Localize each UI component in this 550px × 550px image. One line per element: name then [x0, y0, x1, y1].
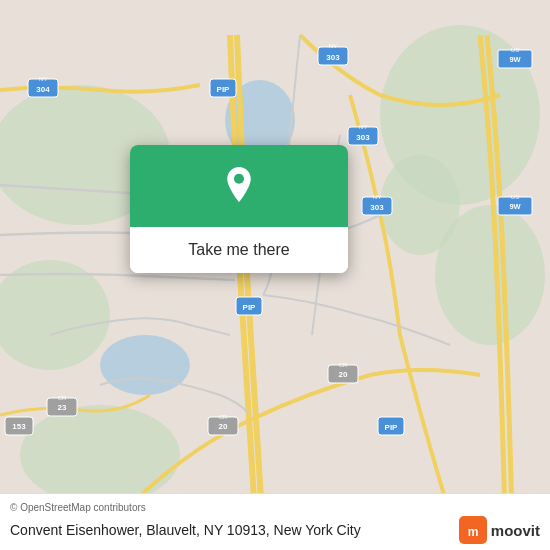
svg-text:CR: CR: [58, 395, 67, 401]
attribution: © OpenStreetMap contributors: [10, 502, 540, 513]
svg-text:PIP: PIP: [243, 303, 257, 312]
moovit-icon: m: [459, 516, 487, 544]
popup-header: [130, 145, 348, 227]
svg-text:NY: NY: [39, 76, 47, 82]
svg-point-3: [0, 260, 110, 370]
svg-text:CR: CR: [339, 362, 348, 368]
bottom-bar: © OpenStreetMap contributors Convent Eis…: [0, 493, 550, 550]
svg-text:303: 303: [326, 53, 340, 62]
svg-point-7: [100, 335, 190, 395]
svg-text:NY: NY: [359, 124, 367, 130]
location-text: Convent Eisenhower, Blauvelt, NY 10913, …: [10, 522, 459, 538]
svg-text:9W: 9W: [509, 55, 521, 64]
svg-text:US: US: [511, 47, 519, 53]
svg-text:NY: NY: [373, 194, 381, 200]
svg-text:20: 20: [219, 422, 228, 431]
svg-text:PIP: PIP: [385, 423, 399, 432]
map-svg: 303 NY 304 NY 303 NY 303 NY PIP PIP PIP …: [0, 0, 550, 550]
attribution-text: © OpenStreetMap contributors: [10, 502, 146, 513]
svg-point-4: [20, 405, 180, 505]
location-info-row: Convent Eisenhower, Blauvelt, NY 10913, …: [10, 516, 540, 544]
svg-text:303: 303: [370, 203, 384, 212]
svg-text:PIP: PIP: [217, 85, 231, 94]
svg-text:304: 304: [36, 85, 50, 94]
moovit-logo: m moovit: [459, 516, 540, 544]
svg-text:US: US: [511, 194, 519, 200]
svg-text:303: 303: [356, 133, 370, 142]
svg-text:NY: NY: [329, 43, 337, 49]
svg-point-45: [234, 174, 244, 184]
popup-card: Take me there: [130, 145, 348, 273]
location-pin-icon: [218, 167, 260, 209]
svg-text:23: 23: [58, 403, 67, 412]
moovit-text: moovit: [491, 522, 540, 539]
take-me-there-button[interactable]: Take me there: [130, 227, 348, 273]
svg-text:9W: 9W: [509, 202, 521, 211]
svg-text:m: m: [467, 525, 478, 539]
svg-text:153: 153: [12, 422, 26, 431]
svg-text:CR: CR: [219, 414, 228, 420]
map-container: 303 NY 304 NY 303 NY 303 NY PIP PIP PIP …: [0, 0, 550, 550]
svg-text:20: 20: [339, 370, 348, 379]
